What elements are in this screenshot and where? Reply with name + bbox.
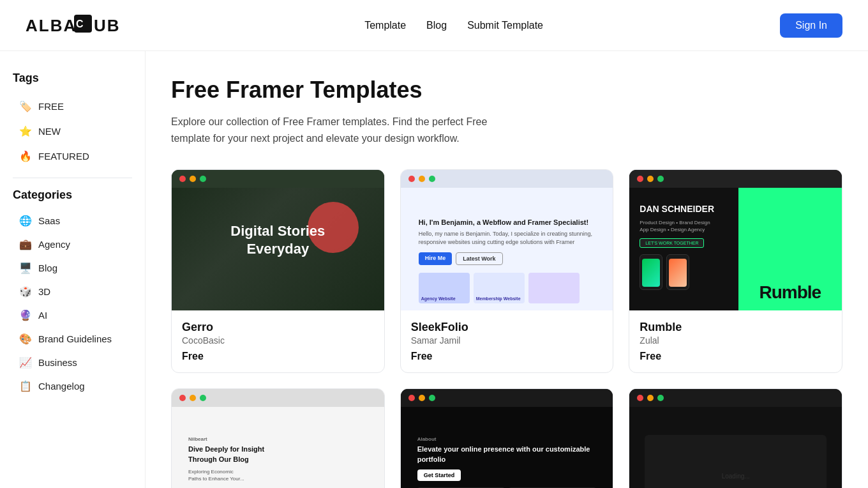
svg-text:C: C (76, 19, 85, 29)
sidebar-divider (13, 178, 132, 178)
rumble-left: DAN SCHNEIDER Product Design • Brand Des… (629, 188, 738, 310)
sleekfolio-price: Free (411, 351, 603, 362)
rumble-content: DAN SCHNEIDER Product Design • Brand Des… (629, 188, 842, 310)
dot-red (179, 176, 186, 182)
template-card-dark3[interactable]: Loading... Template Author Free (629, 388, 842, 488)
template-card-sleekfolio[interactable]: Hi, I'm Benjamin, a Webflow and Framer S… (400, 169, 614, 373)
categories-heading: Categories (13, 188, 132, 202)
dot-yellow (190, 395, 196, 401)
template-card-blog[interactable]: Nilbeart Dive Deeply for InsightThrough … (171, 388, 385, 488)
dot-green (200, 176, 206, 182)
sidebar-item-featured-label: FEATURED (38, 151, 89, 162)
sidebar-item-saas[interactable]: 🌐 Saas (13, 210, 132, 232)
sidebar-item-free[interactable]: 🏷️ FREE (13, 95, 132, 118)
tag-icon-featured: 🔥 (19, 150, 32, 162)
sidebar-item-free-label: FREE (38, 101, 64, 112)
sidebar-item-saas-label: Saas (38, 215, 60, 226)
dot-green (429, 395, 435, 401)
sleek-subtext: Hello, my name is Benjamin. Today, I spe… (419, 230, 595, 246)
sidebar-item-new[interactable]: ⭐ NEW (13, 120, 132, 142)
rumble-info: Rumble Zulal Free (629, 310, 842, 372)
rumble-price: Free (640, 351, 832, 362)
dot-green (429, 176, 435, 182)
gerro-preview: Digital StoriesEveryday (172, 170, 384, 310)
sidebar: Tags 🏷️ FREE ⭐ NEW 🔥 FEATURED Categories… (0, 51, 146, 488)
dot-yellow (647, 176, 654, 182)
tags-heading: Tags (13, 72, 132, 85)
dot-yellow (647, 395, 654, 401)
portfolio-cta-btn[interactable]: Get Started (417, 469, 461, 481)
blog-preview: Nilbeart Dive Deeply for InsightThrough … (172, 389, 384, 488)
svg-text:UB: UB (94, 16, 121, 35)
sleek-work-btn[interactable]: Latest Work (456, 252, 502, 265)
sidebar-item-featured[interactable]: 🔥 FEATURED (13, 145, 132, 167)
sidebar-item-business-label: Business (38, 357, 77, 368)
blog-icon: 🖥️ (19, 262, 32, 274)
3d-icon: 🎲 (19, 286, 32, 298)
dot-red (408, 395, 415, 401)
saas-icon: 🌐 (19, 215, 32, 227)
sidebar-item-changelog[interactable]: 📋 Changelog (13, 375, 132, 397)
dark3-browser-bar (629, 389, 842, 407)
template-card-rumble[interactable]: DAN SCHNEIDER Product Design • Brand Des… (629, 169, 842, 373)
brand-icon: 🎨 (19, 333, 32, 345)
tag-icon-free: 🏷️ (19, 100, 32, 112)
rumble-preview: DAN SCHNEIDER Product Design • Brand Des… (629, 170, 842, 310)
gerro-author: CocoBasic (182, 335, 374, 346)
nav-submit-template[interactable]: Submit Template (467, 20, 543, 31)
sidebar-item-blog-label: Blog (38, 263, 57, 273)
sidebar-item-agency[interactable]: 💼 Agency (13, 233, 132, 255)
page-description: Explore our collection of Free Framer te… (171, 114, 516, 146)
gerro-browser-bar (172, 170, 384, 188)
sidebar-item-blog[interactable]: 🖥️ Blog (13, 257, 132, 279)
nav-template[interactable]: Template (364, 20, 406, 31)
ai-icon: 🔮 (19, 309, 32, 321)
rumble-browser-bar (629, 170, 842, 188)
dot-green (657, 395, 664, 401)
phone-2 (666, 254, 689, 290)
sleek-hire-btn[interactable]: Hire Me (419, 252, 453, 265)
sidebar-item-business[interactable]: 📈 Business (13, 351, 132, 374)
rumble-name: Rumble (640, 321, 832, 334)
tag-icon-new: ⭐ (19, 125, 32, 137)
nav-blog[interactable]: Blog (426, 20, 447, 31)
gerro-preview-text: Digital StoriesEveryday (230, 222, 325, 259)
sleekfolio-author: Samar Jamil (411, 335, 603, 346)
sidebar-item-changelog-label: Changelog (38, 381, 85, 392)
sleekfolio-info: SleekFolio Samar Jamil Free (401, 310, 613, 372)
template-card-portfolio[interactable]: Alabout Elevate your online presence wit… (400, 388, 614, 488)
phone-1 (640, 254, 662, 290)
sidebar-item-ai[interactable]: 🔮 AI (13, 304, 132, 326)
gerro-info: Gerro CocoBasic Free (172, 310, 384, 372)
sidebar-item-ai-label: AI (38, 310, 47, 321)
dot-red (408, 176, 415, 182)
blog-browser-bar (172, 389, 384, 407)
portfolio-browser-bar (401, 389, 613, 407)
sidebar-item-brand-guidelines[interactable]: 🎨 Brand Guidelines (13, 328, 132, 350)
template-card-gerro[interactable]: Digital StoriesEveryday Gerro CocoBasic … (171, 169, 385, 373)
rumble-author: Zulal (640, 335, 832, 346)
dot-yellow (419, 395, 425, 401)
agency-icon: 💼 (19, 238, 32, 250)
page-layout: Tags 🏷️ FREE ⭐ NEW 🔥 FEATURED Categories… (0, 51, 868, 488)
dot-red (637, 176, 643, 182)
gerro-name: Gerro (182, 321, 374, 334)
dot-yellow (190, 176, 196, 182)
portfolio-preview: Alabout Elevate your online presence wit… (401, 389, 613, 488)
sign-in-button[interactable]: Sign In (780, 13, 842, 38)
rumble-phones (640, 254, 728, 290)
dot-green (657, 176, 664, 182)
sleekfolio-name: SleekFolio (411, 321, 603, 334)
rumble-title-text: DAN SCHNEIDER (640, 204, 728, 214)
main-content: Free Framer Templates Explore our collec… (146, 51, 868, 488)
sidebar-item-3d[interactable]: 🎲 3D (13, 280, 132, 303)
rumble-word: Rumble (759, 282, 821, 303)
sleekfolio-preview: Hi, I'm Benjamin, a Webflow and Framer S… (401, 170, 613, 310)
rumble-right: Rumble (738, 188, 842, 310)
dot-yellow (419, 176, 425, 182)
sidebar-item-new-label: NEW (38, 126, 61, 137)
logo: ALBA C UB (26, 10, 128, 42)
changelog-icon: 📋 (19, 380, 32, 392)
business-icon: 📈 (19, 356, 32, 369)
sleek-browser-bar (401, 170, 613, 188)
